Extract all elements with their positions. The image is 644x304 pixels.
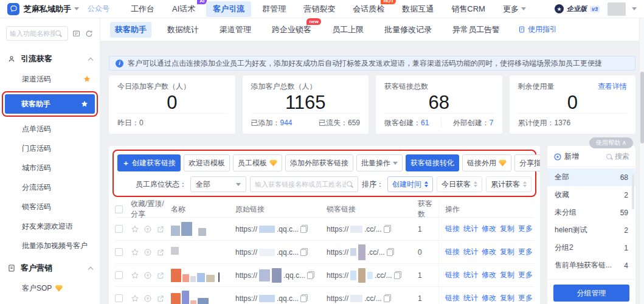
link-external-use-button[interactable]: 链接外用 [462, 154, 511, 171]
action-modify[interactable]: 修改 [482, 293, 496, 303]
feedback-icon[interactable] [72, 29, 81, 38]
sidebar-section-acquisition[interactable]: 引流获客 [0, 46, 100, 69]
row-checkbox[interactable] [115, 225, 123, 233]
nav-group-management[interactable]: 群管理 [255, 1, 293, 17]
seat-status-select[interactable]: 全部 [190, 176, 246, 192]
pin-top-icon[interactable] [144, 271, 152, 280]
sidebar-item-batch-video-customers[interactable]: 批量添加视频号客户 [0, 236, 100, 255]
sort-by-create-time[interactable]: 创建时间 [387, 176, 433, 192]
action-stats[interactable]: 统计 [463, 293, 478, 303]
batch-actions-button[interactable]: 批量操作 [356, 154, 403, 171]
group-manage-button[interactable]: 分组管理 [553, 285, 629, 302]
brand-chevron-down-icon[interactable] [74, 7, 79, 13]
action-stats[interactable]: 统计 [463, 270, 478, 280]
group-item-helen-test[interactable]: helen测试2 [547, 221, 635, 239]
action-link[interactable]: 链接 [445, 247, 460, 257]
action-link[interactable]: 链接 [445, 270, 460, 280]
nav-more[interactable]: 更多 [496, 1, 533, 17]
tab-staff-limit[interactable]: 员工上限 [327, 22, 369, 38]
create-link-button[interactable]: ＋创建获客链接 [117, 154, 181, 171]
action-modify[interactable]: 修改 [482, 270, 496, 280]
sidebar-section-marketing[interactable]: 客户营销 [0, 255, 100, 278]
sidebar-item-store-code[interactable]: 门店活码 [0, 139, 100, 158]
sidebar-item-friend-source-welcome[interactable]: 好友来源欢迎语 [0, 216, 100, 236]
link-search-input[interactable] [255, 181, 346, 188]
tab-channel-management[interactable]: 渠道管理 [215, 22, 256, 38]
external-created-link[interactable]: 7 [490, 119, 494, 127]
action-more[interactable]: 更多 [518, 293, 533, 303]
favorite-star-icon[interactable] [131, 294, 139, 303]
star-icon[interactable] [80, 100, 89, 108]
row-checkbox[interactable] [115, 294, 123, 302]
action-copy[interactable]: 复制 [500, 224, 514, 234]
wecom-created-link[interactable]: 61 [421, 119, 429, 127]
sidebar-item-lock-code[interactable]: 锁客活码 [0, 197, 100, 216]
action-more[interactable]: 更多 [518, 247, 533, 257]
sidebar-item-acquisition-assistant[interactable]: 获客助手 [5, 94, 95, 114]
pin-top-icon[interactable] [144, 294, 152, 303]
copy-icon[interactable] [384, 225, 391, 233]
group-item-presale-links[interactable]: 售前单独获客链...4 [547, 257, 635, 274]
tab-cross-enterprise-lock[interactable]: 跨企业锁客new [267, 22, 316, 38]
group-search-button[interactable]: 搜索 [606, 151, 629, 162]
sidebar-item-order-code[interactable]: 点单活码 [0, 119, 100, 139]
nav-workbench[interactable]: 工作台 [124, 1, 161, 17]
share-metric-button[interactable]: 分享指标 [514, 154, 540, 171]
favorite-star-icon[interactable] [131, 271, 139, 280]
sidebar-item-split-code[interactable]: 分流活码 [0, 178, 100, 197]
welcome-template-button[interactable]: 欢迎语模板 [184, 154, 230, 171]
added-count-link[interactable]: 944 [280, 119, 293, 127]
account-chevron-down-icon[interactable] [632, 7, 637, 13]
nav-marketing-fission[interactable]: 营销裂变 [297, 1, 342, 17]
tab-abnormal-staff-alert[interactable]: 异常员工告警 [448, 22, 505, 38]
copy-icon[interactable] [300, 248, 308, 256]
view-details-link[interactable]: 查看详情 [598, 81, 627, 92]
row-checkbox[interactable] [115, 271, 123, 279]
group-list-scrollbar-thumb[interactable] [632, 174, 634, 209]
copy-icon[interactable] [384, 294, 391, 302]
action-copy[interactable]: 复制 [500, 270, 514, 280]
group-item-all[interactable]: 全部68 [547, 168, 635, 186]
user-avatar[interactable] [608, 2, 626, 16]
group-item-ungrouped[interactable]: 未分组59 [547, 204, 635, 221]
tab-acquisition-assistant[interactable]: 获客助手 [110, 22, 151, 38]
sort-by-total[interactable]: 累计获客 [486, 176, 531, 192]
action-copy[interactable]: 复制 [500, 293, 514, 303]
history-icon[interactable] [85, 29, 94, 38]
collapse-help-pill[interactable]: 使用帮助 ∧ [589, 137, 633, 148]
action-link[interactable]: 链接 [445, 293, 460, 303]
group-item-favorites[interactable]: 收藏2 [547, 186, 635, 204]
add-group-button[interactable]: 新增 [553, 151, 579, 162]
nav-ai-script[interactable]: AI话术AI [165, 1, 202, 17]
favorite-star-icon[interactable] [131, 248, 139, 257]
action-more[interactable]: 更多 [518, 270, 533, 280]
action-more[interactable]: 更多 [518, 224, 533, 234]
sidebar-item-channel-code[interactable]: 渠道活码 [0, 69, 100, 89]
pin-top-icon[interactable] [144, 248, 152, 257]
copy-icon[interactable] [300, 294, 308, 302]
favorite-star-icon[interactable] [131, 225, 139, 233]
group-item-sesame-service[interactable]: 芝麻服务号助手2 [547, 274, 635, 279]
usage-guide-link[interactable]: 使用指引 [518, 24, 557, 35]
nav-chat-qc[interactable]: 会话质检HOT [346, 1, 391, 17]
sidebar-item-customer-sop[interactable]: 客户SOP [0, 278, 100, 298]
copy-icon[interactable] [387, 248, 394, 256]
tab-batch-modify-records[interactable]: 批量修改记录 [379, 22, 437, 38]
share-icon[interactable] [156, 271, 165, 280]
copy-icon[interactable] [300, 225, 308, 233]
nav-customer-acquisition[interactable]: 客户引流 [206, 1, 251, 17]
share-icon[interactable] [156, 248, 165, 257]
share-icon[interactable] [156, 294, 165, 303]
select-all-checkbox[interactable] [115, 206, 123, 213]
share-icon[interactable] [156, 225, 165, 233]
action-modify[interactable]: 修改 [482, 247, 496, 257]
action-stats[interactable]: 统计 [463, 247, 478, 257]
star-icon[interactable] [83, 75, 91, 83]
copy-icon[interactable] [307, 271, 314, 279]
action-modify[interactable]: 修改 [482, 224, 496, 234]
sort-by-today[interactable]: 今日获客 [437, 176, 482, 192]
copy-icon[interactable] [394, 271, 401, 279]
sidebar-item-city-code[interactable]: 城市活码 [0, 158, 100, 178]
add-external-link-button[interactable]: 添加外部获客链接 [285, 154, 353, 171]
brand-tag[interactable]: 公众号 [88, 4, 109, 14]
